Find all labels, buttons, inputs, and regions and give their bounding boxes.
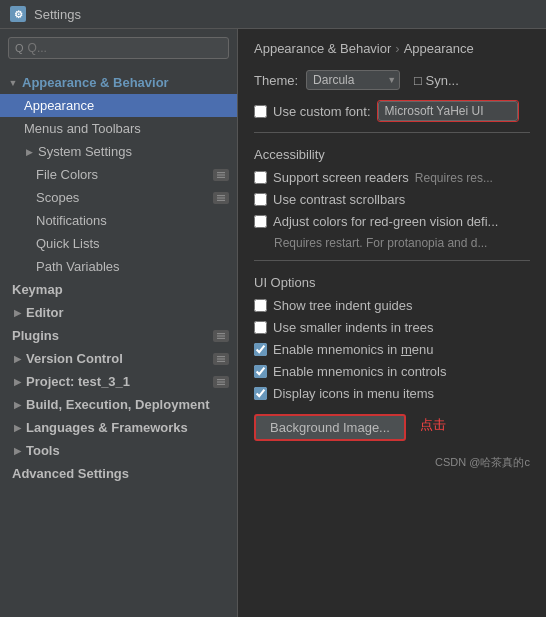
expand-arrow: ▶ xyxy=(12,446,22,456)
sidebar-item-keymap[interactable]: Keymap xyxy=(0,278,237,301)
sidebar-item-appearance-behavior[interactable]: ▼ Appearance & Behavior xyxy=(0,71,237,94)
font-input-wrapper xyxy=(377,100,519,122)
svg-rect-6 xyxy=(217,333,225,334)
sidebar-item-plugins[interactable]: Plugins xyxy=(0,324,237,347)
screen-readers-checkbox[interactable] xyxy=(254,171,267,184)
title-bar: ⚙ Settings xyxy=(0,0,546,29)
expand-arrow: ▶ xyxy=(12,377,22,387)
icons-menu-checkbox[interactable] xyxy=(254,387,267,400)
sidebar-item-label: Menus and Toolbars xyxy=(24,121,229,136)
expand-arrow: ▼ xyxy=(8,78,18,88)
sidebar-item-label: System Settings xyxy=(38,144,229,159)
sidebar-item-label: Appearance xyxy=(24,98,229,113)
svg-rect-1 xyxy=(217,174,225,175)
svg-rect-12 xyxy=(217,379,225,380)
sidebar-item-tools[interactable]: ▶ Tools xyxy=(0,439,237,462)
sidebar-item-project[interactable]: ▶ Project: test_3_1 xyxy=(0,370,237,393)
sidebar-item-file-colors[interactable]: File Colors xyxy=(0,163,237,186)
icons-menu-label: Display icons in menu items xyxy=(273,386,434,401)
sidebar-item-label: Editor xyxy=(26,305,229,320)
breadcrumb-separator: › xyxy=(395,41,399,56)
nav-tree: ▼ Appearance & Behavior Appearance Menus… xyxy=(0,67,237,617)
accessibility-header: Accessibility xyxy=(254,147,530,162)
sidebar-item-appearance[interactable]: Appearance xyxy=(0,94,237,117)
sidebar-item-scopes[interactable]: Scopes xyxy=(0,186,237,209)
mnemonics-controls-row: Enable mnemonics in controls xyxy=(254,364,530,379)
custom-font-row: Use custom font: xyxy=(254,100,530,122)
sidebar-item-languages[interactable]: ▶ Languages & Frameworks xyxy=(0,416,237,439)
mnemonics-controls-checkbox[interactable] xyxy=(254,365,267,378)
sidebar-item-quick-lists[interactable]: Quick Lists xyxy=(0,232,237,255)
mnemonics-menu-checkbox[interactable] xyxy=(254,343,267,356)
red-green-label: Adjust colors for red-green vision defi.… xyxy=(273,214,498,229)
screen-readers-row: Support screen readers Requires res... xyxy=(254,170,530,185)
theme-select-wrapper[interactable]: Darcula IntelliJ Windows 10 ▼ xyxy=(306,70,400,90)
app-icon: ⚙ xyxy=(10,6,26,22)
sidebar-item-editor[interactable]: ▶ Editor xyxy=(0,301,237,324)
sidebar-item-label: Project: test_3_1 xyxy=(26,374,209,389)
expand-arrow: ▶ xyxy=(12,400,22,410)
settings-icon xyxy=(213,169,229,181)
theme-select[interactable]: Darcula IntelliJ Windows 10 xyxy=(306,70,400,90)
red-green-checkbox[interactable] xyxy=(254,215,267,228)
sidebar-item-label: Languages & Frameworks xyxy=(26,420,229,435)
sidebar-item-label: Keymap xyxy=(12,282,229,297)
sidebar-item-label: Notifications xyxy=(36,213,229,228)
icons-menu-row: Display icons in menu items xyxy=(254,386,530,401)
expand-arrow: ▶ xyxy=(12,423,22,433)
svg-rect-2 xyxy=(217,176,225,177)
main-layout: Q ▼ Appearance & Behavior Appearance Men… xyxy=(0,29,546,617)
background-image-hint: 点击 xyxy=(420,416,446,434)
red-green-row: Adjust colors for red-green vision defi.… xyxy=(254,214,530,229)
sidebar-item-label: File Colors xyxy=(36,167,209,182)
smaller-indents-label: Use smaller indents in trees xyxy=(273,320,433,335)
sidebar-item-version-control[interactable]: ▶ Version Control xyxy=(0,347,237,370)
sidebar-item-label: Build, Execution, Deployment xyxy=(26,397,229,412)
svg-rect-7 xyxy=(217,335,225,336)
theme-row: Theme: Darcula IntelliJ Windows 10 ▼ □ S… xyxy=(254,70,530,90)
sidebar-item-advanced[interactable]: Advanced Settings xyxy=(0,462,237,485)
sidebar-item-path-variables[interactable]: Path Variables xyxy=(0,255,237,278)
background-image-button[interactable]: Background Image... xyxy=(254,414,406,441)
title-text: Settings xyxy=(34,7,81,22)
sidebar-item-system-settings[interactable]: ▶ System Settings xyxy=(0,140,237,163)
search-box[interactable]: Q xyxy=(8,37,229,59)
font-input[interactable] xyxy=(378,101,518,121)
sidebar-item-label: Plugins xyxy=(12,328,209,343)
expand-arrow: ▶ xyxy=(24,147,34,157)
breadcrumb-current: Appearance xyxy=(404,41,474,56)
search-icon: Q xyxy=(15,42,24,54)
svg-rect-14 xyxy=(217,383,225,384)
breadcrumb: Appearance & Behavior › Appearance xyxy=(254,41,530,56)
screen-readers-hint: Requires res... xyxy=(415,171,493,185)
search-input[interactable] xyxy=(28,41,222,55)
contrast-scrollbars-checkbox[interactable] xyxy=(254,193,267,206)
sidebar-item-label: Tools xyxy=(26,443,229,458)
contrast-scrollbars-row: Use contrast scrollbars xyxy=(254,192,530,207)
mnemonics-menu-row: Enable mnemonics in menu xyxy=(254,342,530,357)
tree-indent-label: Show tree indent guides xyxy=(273,298,412,313)
custom-font-checkbox[interactable] xyxy=(254,105,267,118)
tree-indent-checkbox[interactable] xyxy=(254,299,267,312)
ui-options-header: UI Options xyxy=(254,275,530,290)
svg-rect-11 xyxy=(217,360,225,361)
expand-arrow: ▶ xyxy=(12,308,22,318)
sidebar-item-notifications[interactable]: Notifications xyxy=(0,209,237,232)
credit-text: CSDN @哈茶真的c xyxy=(254,455,530,470)
svg-rect-5 xyxy=(217,199,225,200)
sidebar-item-build[interactable]: ▶ Build, Execution, Deployment xyxy=(0,393,237,416)
svg-rect-4 xyxy=(217,197,225,198)
content-panel: Appearance & Behavior › Appearance Theme… xyxy=(238,29,546,617)
screen-readers-label: Support screen readers xyxy=(273,170,409,185)
theme-label: Theme: xyxy=(254,73,298,88)
settings-icon xyxy=(213,376,229,388)
contrast-scrollbars-label: Use contrast scrollbars xyxy=(273,192,405,207)
svg-rect-13 xyxy=(217,381,225,382)
smaller-indents-checkbox[interactable] xyxy=(254,321,267,334)
sidebar-item-menus-toolbars[interactable]: Menus and Toolbars xyxy=(0,117,237,140)
settings-icon xyxy=(213,353,229,365)
divider2 xyxy=(254,260,530,261)
svg-rect-8 xyxy=(217,337,225,338)
background-image-row: Background Image... 点击 xyxy=(254,408,530,441)
sidebar: Q ▼ Appearance & Behavior Appearance Men… xyxy=(0,29,238,617)
